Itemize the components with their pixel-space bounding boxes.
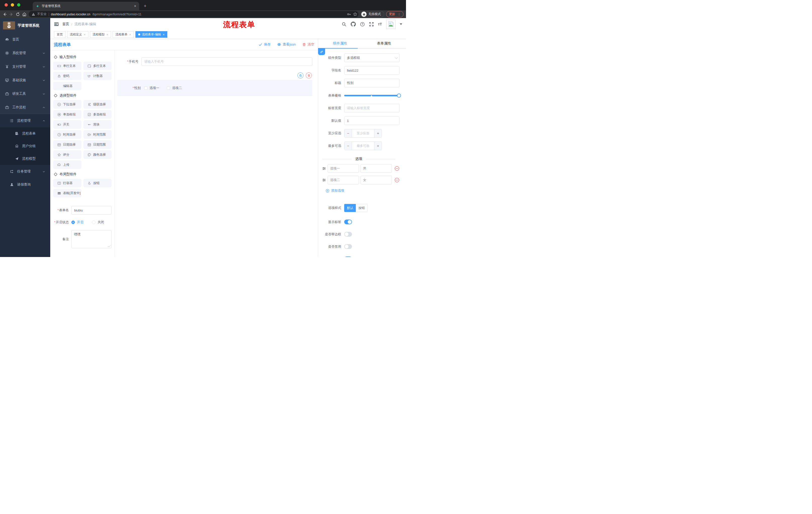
search-icon[interactable] [342,22,346,27]
sidebar-collapse-icon[interactable] [54,22,59,26]
palette-item[interactable]: 行容器 [53,179,81,187]
title-input[interactable]: 性别 [344,79,400,87]
view-tab-process-form-edit[interactable]: 流程表单-编辑 × [136,31,168,38]
copy-component-button[interactable] [297,73,303,78]
bookmark-star-icon[interactable] [353,12,357,16]
palette-item[interactable]: 编辑器 [53,82,81,90]
window-maximize-button[interactable] [17,3,20,6]
new-tab-button[interactable]: + [144,3,146,9]
sidebar-item-infra[interactable]: 基础设施 [0,74,50,87]
back-icon[interactable] [2,12,7,17]
status-off-label[interactable]: 关闭 [97,220,104,224]
plus-button[interactable]: + [374,129,382,137]
palette-item[interactable]: 时间选择 [53,130,81,139]
form-remark-textarea[interactable]: 嘿嘿 [71,230,112,248]
sidebar-item-process-model[interactable]: 流程模型 [0,153,50,165]
status-off-radio[interactable] [92,220,95,224]
sidebar-item-leave-query[interactable]: 请假查询 [0,178,50,191]
disabled-toggle[interactable] [344,244,352,249]
update-button[interactable]: 更新 ⋮ [386,11,404,17]
sidebar-item-task-mgmt[interactable]: 任务管理 [0,165,50,178]
palette-item[interactable]: 多选框组 [83,110,112,119]
browser-menu-icon[interactable]: ⋮ [398,12,401,16]
breadcrumb-home[interactable]: 首页 [62,22,69,26]
min-select-value[interactable]: 至少应选 [352,129,374,137]
option-name-input[interactable]: 选项一 [328,164,359,173]
view-json-button[interactable]: 查看json [277,42,296,47]
selected-component[interactable]: *性别 选项一 选项二 [117,80,312,96]
view-tab-home[interactable]: 首页 [54,31,65,38]
warning-icon[interactable] [32,12,35,16]
style-button-button[interactable]: 按钮 [356,204,368,212]
sidebar-item-process-form[interactable]: 流程表单 [0,127,50,140]
save-button[interactable]: 保存 [259,42,270,47]
grid-slider[interactable] [344,91,400,100]
palette-item[interactable]: 日期选择 [53,140,81,149]
required-toggle[interactable] [344,256,352,257]
forward-icon[interactable] [9,12,13,17]
checkbox-icon[interactable] [144,86,147,90]
close-icon[interactable]: × [84,33,86,36]
sidebar-item-workflow[interactable]: 工作流程 [0,101,50,114]
status-on-radio[interactable] [71,220,75,224]
help-icon[interactable]: ? [360,22,365,27]
remove-option-icon[interactable] [395,166,400,171]
tab-close-icon[interactable]: × [134,4,136,8]
tab-component-props[interactable]: 组件属性 [318,39,362,48]
border-toggle[interactable] [344,232,352,237]
palette-item[interactable]: 123计数器 [83,72,112,80]
palette-item[interactable]: 下拉选择 [53,100,81,109]
palette-item[interactable]: 单选框组 [53,110,81,119]
palette-item[interactable]: 颜色选择 [83,151,112,159]
key-icon[interactable] [347,12,351,16]
plus-button[interactable]: + [374,142,382,150]
sidebar-item-devtools[interactable]: 研发工具 [0,87,50,101]
font-size-icon[interactable]: ᴛT [378,22,382,26]
close-icon[interactable]: × [163,33,165,36]
checkbox-icon[interactable] [167,86,170,90]
palette-item[interactable]: 按钮 [83,179,112,187]
slider-thumb[interactable] [397,93,401,98]
option-value-input[interactable]: 女 [360,176,392,184]
avatar[interactable] [386,20,396,29]
clear-button[interactable]: 清空 [302,42,314,47]
add-option-button[interactable]: 添加选项 [326,188,400,193]
form-name-input[interactable]: biubiu [71,206,112,215]
sidebar-item-system[interactable]: 系统管理 [0,46,50,60]
palette-item[interactable]: 滑块 [83,120,112,129]
drag-handle-icon[interactable] [322,166,326,170]
sidebar-item-home[interactable]: 首页 [0,33,50,46]
show-label-toggle[interactable] [344,219,352,224]
fullscreen-icon[interactable] [369,22,374,27]
palette-item[interactable]: 密码 [53,72,81,80]
default-value-input[interactable]: 1 [344,116,400,125]
link-tag[interactable] [318,49,325,55]
palette-item[interactable]: 时间范围 [83,130,112,139]
palette-item[interactable]: 开关 [53,120,81,129]
view-tab-process-form[interactable]: 流程表单 × [113,31,134,38]
component-type-select[interactable]: 多选框组 [344,54,400,62]
sidebar-item-user-group[interactable]: 用户分组 [0,140,50,153]
palette-item[interactable]: 上传 [53,160,81,169]
github-icon[interactable] [351,22,356,27]
browser-tab[interactable]: 芋道管理系统 × [33,2,139,10]
url-bar[interactable]: 不安全 dashboard.yudao.iocoder.cn /bpm/mana… [29,11,358,17]
palette-item[interactable]: 日期范围 [83,140,112,149]
style-default-button[interactable]: 默认 [344,204,356,212]
reload-icon[interactable] [16,12,20,17]
palette-item[interactable]: 多行文本 [83,62,112,70]
sidebar-item-payment[interactable]: 支付管理 [0,60,50,74]
window-minimize-button[interactable] [11,3,14,6]
minus-button[interactable]: − [344,142,352,150]
phone-field-input[interactable]: 请输入手机号 [141,57,312,66]
palette-item[interactable]: 表格[开发中] [53,189,81,197]
max-select-value[interactable]: 最多可选 [352,142,374,150]
palette-item[interactable]: 级联选择 [83,100,112,109]
palette-item[interactable]: 评分 [53,151,81,159]
gender-option-1[interactable]: 选项一 [144,86,159,90]
option-value-input[interactable]: 男 [360,164,392,173]
home-icon[interactable] [22,12,27,17]
gender-option-2[interactable]: 选项二 [167,86,182,90]
close-icon[interactable]: × [107,33,109,36]
remove-option-icon[interactable] [395,178,400,183]
